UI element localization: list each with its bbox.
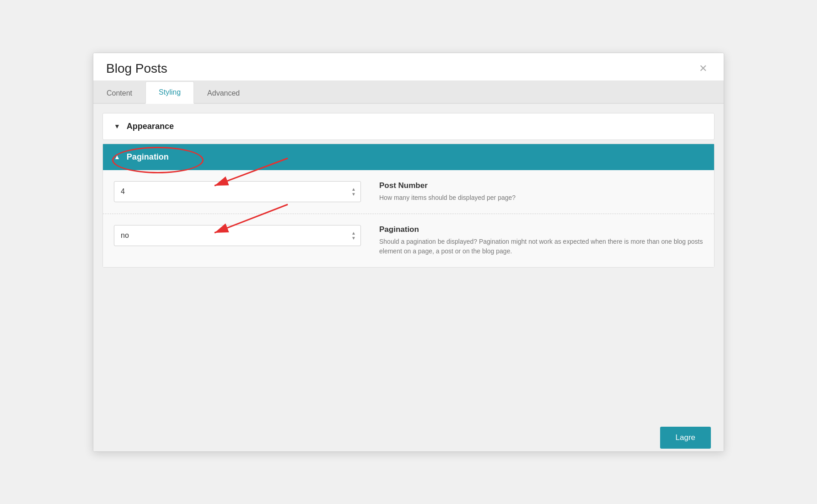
appearance-header[interactable]: ▼ Appearance (103, 113, 714, 139)
tab-styling[interactable]: Styling (145, 81, 194, 104)
main-content: ▼ Appearance ▲ Pagination (93, 104, 724, 424)
post-number-label: Post Number (379, 181, 703, 190)
pagination-down[interactable]: ▼ (350, 236, 357, 241)
pagination-input[interactable] (121, 231, 347, 240)
post-number-input[interactable] (121, 188, 347, 196)
pagination-header[interactable]: ▲ Pagination (103, 144, 714, 170)
pagination-body: ▲ ▼ Post Number How many items should be… (103, 170, 714, 267)
pagination-spinner: ▲ ▼ (350, 231, 357, 241)
pagination-section: ▲ Pagination (102, 144, 715, 268)
close-button[interactable]: ✕ (695, 62, 711, 75)
pagination-up[interactable]: ▲ (350, 231, 357, 236)
lagre-button[interactable]: Lagre (660, 427, 711, 449)
post-number-input-wrapper: ▲ ▼ (114, 181, 361, 202)
post-number-desc-col: Post Number How many items should be dis… (379, 181, 703, 203)
dialog: Blog Posts ✕ Content Styling Advanced ▼ … (93, 53, 724, 452)
post-number-input-col: ▲ ▼ (114, 181, 361, 202)
dialog-title: Blog Posts (106, 61, 167, 76)
post-number-description: How many items should be displayed per p… (379, 193, 703, 203)
appearance-chevron: ▼ (114, 123, 120, 130)
pagination-desc-col: Pagination Should a pagination be displa… (379, 225, 703, 256)
post-number-row: ▲ ▼ Post Number How many items should be… (103, 170, 714, 214)
tab-content[interactable]: Content (93, 82, 145, 104)
tab-advanced[interactable]: Advanced (194, 82, 253, 104)
footer-area: Lagre (93, 424, 724, 451)
dialog-header: Blog Posts ✕ (93, 53, 724, 80)
post-number-up[interactable]: ▲ (350, 187, 357, 192)
pagination-label: Pagination (379, 225, 703, 234)
post-number-down[interactable]: ▼ (350, 192, 357, 197)
pagination-input-wrapper: ▲ ▼ (114, 225, 361, 246)
tabs-bar: Content Styling Advanced (93, 80, 724, 104)
appearance-section: ▼ Appearance (102, 113, 715, 140)
pagination-title: Pagination (127, 152, 169, 162)
pagination-description: Should a pagination be displayed? Pagina… (379, 237, 703, 256)
appearance-title: Appearance (127, 122, 174, 131)
post-number-spinner: ▲ ▼ (350, 187, 357, 197)
pagination-input-col: ▲ ▼ (114, 225, 361, 246)
pagination-chevron: ▲ (114, 153, 120, 161)
pagination-field-row: ▲ ▼ Pagination Should a pagination be di… (103, 214, 714, 267)
